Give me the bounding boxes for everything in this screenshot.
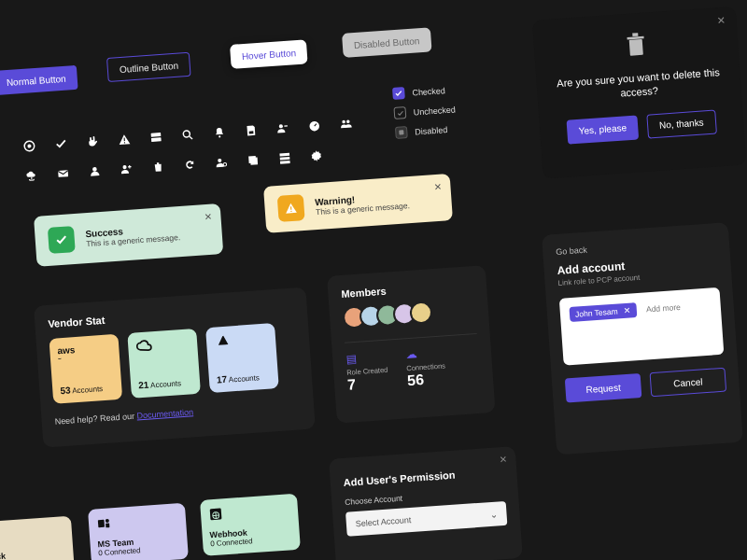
trash-icon [624,32,648,60]
account-chip-input[interactable]: John Tesam ✕ Add more [559,287,725,366]
vendor-tile-gcp[interactable]: 21 Accounts [127,329,201,399]
svg-point-13 [346,119,350,123]
svg-rect-23 [280,161,290,164]
avatar [409,301,433,325]
svg-rect-20 [250,158,258,165]
members-card: Members ▤ Role Created 7 ☁ Connections 5… [327,265,496,423]
checkbox-label: Unchecked [414,105,457,117]
check-icon [48,226,76,254]
svg-rect-28 [627,36,644,40]
trash-icon [151,160,176,184]
remove-chip-icon[interactable]: ✕ [623,306,631,316]
go-back-link[interactable]: Go back [556,236,716,257]
user-add-icon [120,161,144,186]
svg-rect-25 [290,206,291,210]
request-button[interactable]: Request [565,373,642,403]
server-icon [149,130,174,154]
card-heading: Members [341,279,473,300]
mail-icon [56,166,80,190]
svg-point-7 [218,135,220,137]
integration-tile-slack[interactable]: Slack 0 Connected [0,516,75,560]
svg-point-12 [342,120,345,124]
warning-icon [277,194,305,222]
account-chip: John Tesam ✕ [569,302,637,322]
search-icon [181,127,205,151]
server-stack-icon: ▤ [345,350,388,366]
disabled-button: Disabled Button [342,27,431,58]
checkbox-unchecked[interactable] [393,106,406,119]
close-icon[interactable]: ✕ [716,15,726,28]
server-stack-icon [278,150,303,175]
svg-point-35 [106,519,109,523]
azure-logo-icon [214,331,269,350]
close-icon[interactable]: ✕ [204,212,212,223]
help-text: Need help? Read our Documentation [54,399,301,426]
member-avatars [342,298,475,329]
confirm-delete-button[interactable]: Yes, please [567,115,639,144]
add-more-placeholder: Add more [646,302,681,315]
svg-rect-26 [290,211,291,212]
close-icon[interactable]: ✕ [433,182,442,193]
svg-rect-4 [151,133,162,137]
stat-value: 56 [407,370,447,389]
svg-rect-8 [249,131,254,133]
checkbox-label: Checked [412,86,445,97]
cloud-network-icon [24,168,49,192]
svg-rect-29 [632,33,638,36]
user-icon [88,164,112,189]
svg-rect-36 [106,523,109,527]
checkbox-checked[interactable] [392,87,405,100]
lifebuoy-icon [22,138,47,162]
check-icon [54,136,78,161]
svg-rect-2 [124,138,125,142]
user-remove-icon [275,120,300,145]
svg-point-9 [279,124,283,128]
gauge-icon [307,119,331,143]
svg-rect-34 [98,520,105,527]
msteams-icon [96,515,112,533]
save-floppy-icon [244,123,268,147]
svg-point-15 [92,167,97,172]
integration-tile-msteam[interactable]: MS Team 0 Connected [88,503,189,560]
close-icon[interactable]: ✕ [499,455,507,466]
hover-button[interactable]: Hover Button [230,39,308,69]
cloud-network-icon: ☁ [405,345,445,361]
users-icon [339,117,363,141]
svg-rect-10 [284,125,288,126]
refresh-icon [183,157,207,181]
alert-success: Success This is a generic message. ✕ [34,203,223,267]
documentation-link[interactable]: Documentation [136,407,193,420]
delete-access-dialog: ✕ Are you sure you want to delete this a… [532,7,746,179]
gcp-cloud-icon [135,336,190,355]
svg-rect-3 [124,142,125,143]
outline-button[interactable]: Outline Button [106,52,191,82]
add-account-panel: Go back Add account Link role to PCP acc… [542,222,743,455]
svg-rect-22 [280,157,290,161]
cancel-button[interactable]: Cancel [650,368,727,398]
user-settings-icon [215,155,239,179]
icon-showcase-grid [22,117,365,192]
dialog-question: Are you sure you want to delete this acc… [549,65,728,106]
warning-icon [118,132,142,156]
vendor-tile-azure[interactable]: 17 Accounts [205,323,279,393]
chevron-down-icon: ⌄ [489,509,498,520]
stat-value: 7 [347,374,389,394]
account-select[interactable]: Select Account ⌄ [345,501,507,537]
svg-rect-5 [151,137,162,142]
card-heading: Add User's Permission [343,466,503,488]
vendor-tile-aws[interactable]: aws⌣ 53 Accounts [49,334,122,404]
bell-icon [213,125,237,149]
svg-rect-21 [279,153,289,157]
gear-icon [309,148,333,173]
save-multi-icon [247,153,271,177]
cancel-delete-button[interactable]: No, thanks [646,109,716,138]
integration-tile-webhook[interactable]: Webhook 0 Connected [200,494,301,556]
select-placeholder: Select Account [356,515,412,528]
svg-point-18 [223,162,227,166]
checkbox-label: Disabled [415,124,448,135]
alert-warning: Warning! This is a generic message. ✕ [263,174,453,233]
webhook-globe-icon [208,506,224,524]
checkbox-disabled [395,126,408,139]
normal-button[interactable]: Normal Button [0,65,78,95]
aws-logo-icon: aws⌣ [57,342,112,362]
